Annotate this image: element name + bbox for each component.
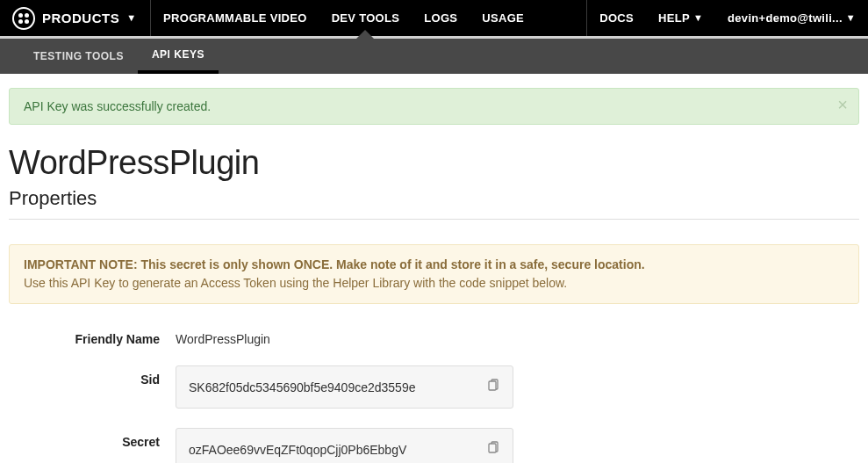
top-nav-main: PROGRAMMABLE VIDEO DEV TOOLS LOGS USAGE [151,0,586,36]
tab-testing-tools[interactable]: TESTING TOOLS [19,39,138,74]
sub-nav: TESTING TOOLS API KEYS [0,39,868,74]
products-dropdown[interactable]: PRODUCTS ▼ [0,0,151,36]
copy-icon[interactable] [486,379,500,395]
secret-value: ozFAOee69vvEqZFt0qopCjj0Pb6EbbgV [189,443,406,457]
nav-usage[interactable]: USAGE [470,0,536,36]
chevron-down-icon: ▼ [846,13,856,23]
active-indicator [356,30,374,39]
success-message: API Key was successfully created. [24,99,211,113]
success-alert: API Key was successfully created. × [9,88,859,125]
nav-label: LOGS [424,11,457,25]
field-secret: Secret ozFAOee69vvEqZFt0qopCjj0Pb6EbbgV [9,428,859,463]
twilio-logo-icon [12,7,35,30]
nav-account[interactable]: devin+demo@twili... ▼ [715,0,868,36]
content: API Key was successfully created. × Word… [0,74,868,463]
warning-strong: IMPORTANT NOTE: This secret is only show… [24,257,645,271]
nav-help[interactable]: HELP ▼ [646,0,715,36]
copy-icon[interactable] [486,441,500,458]
nav-label: HELP [658,11,690,25]
nav-programmable-video[interactable]: PROGRAMMABLE VIDEO [151,0,319,36]
nav-label: DEV TOOLS [332,11,400,25]
nav-logs[interactable]: LOGS [412,0,470,36]
field-friendly-name: Friendly Name WordPressPlugin [9,325,859,346]
nav-docs[interactable]: DOCS [587,0,646,36]
sid-label: Sid [9,365,176,387]
page-title: WordPressPlugin [9,144,859,182]
secret-box: ozFAOee69vvEqZFt0qopCjj0Pb6EbbgV [176,428,513,463]
friendly-name-label: Friendly Name [9,325,176,346]
svg-rect-1 [489,444,496,452]
friendly-name-value: WordPressPlugin [176,325,270,346]
nav-label: devin+demo@twili... [728,11,843,25]
warning-text: Use this API Key to generate an Access T… [24,276,567,290]
section-title: Properties [9,187,859,220]
svg-rect-0 [489,381,496,390]
close-icon[interactable]: × [837,96,848,113]
nav-dev-tools[interactable]: DEV TOOLS [319,0,412,36]
products-caret-icon: ▼ [126,13,136,23]
sid-value: SK682f05dc5345690bf5e9409ce2d3559e [189,380,415,394]
field-sid: Sid SK682f05dc5345690bf5e9409ce2d3559e [9,365,859,409]
warning-alert: IMPORTANT NOTE: This secret is only show… [9,244,859,304]
sid-box: SK682f05dc5345690bf5e9409ce2d3559e [176,365,513,409]
chevron-down-icon: ▼ [693,13,703,23]
tab-label: TESTING TOOLS [33,50,124,62]
nav-label: USAGE [482,11,524,25]
tab-label: API KEYS [152,48,204,61]
nav-label: PROGRAMMABLE VIDEO [163,11,307,25]
nav-label: DOCS [599,11,634,25]
products-label: PRODUCTS [42,11,119,25]
top-nav: PRODUCTS ▼ PROGRAMMABLE VIDEO DEV TOOLS … [0,0,868,39]
top-nav-right: DOCS HELP ▼ devin+demo@twili... ▼ [586,0,868,36]
tab-api-keys[interactable]: API KEYS [138,39,219,74]
secret-label: Secret [9,428,176,449]
